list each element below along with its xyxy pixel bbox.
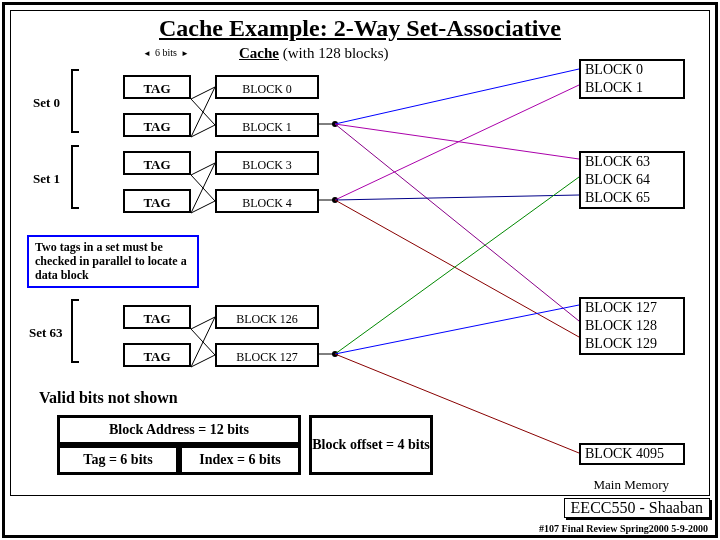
- set-1-brace: [71, 145, 79, 209]
- tag-box-63-1: TAG: [123, 343, 191, 367]
- svg-point-13: [332, 197, 338, 203]
- svg-point-14: [332, 351, 338, 357]
- mem-block-129: BLOCK 129: [581, 335, 683, 353]
- svg-line-5: [191, 175, 215, 201]
- memory-last: BLOCK 4095: [579, 443, 685, 465]
- svg-line-15: [335, 69, 579, 124]
- main-memory-label: Main Memory: [594, 477, 669, 493]
- svg-line-19: [335, 195, 579, 200]
- tag-bits-box: Tag = 6 bits: [57, 445, 179, 475]
- block-address-box: Block Address = 12 bits: [57, 415, 301, 445]
- cache-block-3: BLOCK 3: [215, 151, 319, 175]
- block-offset-box: Block offset = 4 bits: [309, 415, 433, 475]
- footer-meta: #107 Final Review Spring2000 5-9-2000: [539, 523, 708, 534]
- block-offset-text: Block offset = 4 bits: [312, 437, 430, 453]
- tag-box-1-0: TAG: [123, 151, 191, 175]
- index-bits-box: Index = 6 bits: [179, 445, 301, 475]
- svg-point-12: [332, 121, 338, 127]
- set-0-label: Set 0: [33, 95, 60, 111]
- svg-line-2: [191, 125, 215, 137]
- svg-line-3: [191, 87, 215, 137]
- tag-box-0-1: TAG: [123, 113, 191, 137]
- tag-box-0-0: TAG: [123, 75, 191, 99]
- svg-line-18: [335, 85, 579, 200]
- svg-line-9: [191, 329, 215, 355]
- tag-box-63-0: TAG: [123, 305, 191, 329]
- tag-box-1-1: TAG: [123, 189, 191, 213]
- mem-block-4095: BLOCK 4095: [581, 445, 683, 463]
- mem-block-63: BLOCK 63: [581, 153, 683, 171]
- cache-block-127: BLOCK 127: [215, 343, 319, 367]
- svg-line-4: [191, 163, 215, 175]
- memory-group-1: BLOCK 0 BLOCK 1: [579, 59, 685, 99]
- memory-group-3: BLOCK 127 BLOCK 128 BLOCK 129: [579, 297, 685, 355]
- mem-block-65: BLOCK 65: [581, 189, 683, 207]
- set-0-brace: [71, 69, 79, 133]
- slide-inner-border: Cache Example: 2-Way Set-Associative 6 b…: [10, 10, 710, 496]
- mem-block-127: BLOCK 127: [581, 299, 683, 317]
- cache-block-126: BLOCK 126: [215, 305, 319, 329]
- mem-block-1: BLOCK 1: [581, 79, 683, 97]
- svg-line-11: [191, 317, 215, 367]
- slide-title: Cache Example: 2-Way Set-Associative: [11, 15, 709, 42]
- cache-header-bold: Cache: [239, 45, 279, 61]
- course-badge: EECC550 - Shaaban: [564, 498, 710, 518]
- svg-line-1: [191, 99, 215, 125]
- cache-block-4: BLOCK 4: [215, 189, 319, 213]
- valid-bits-note: Valid bits not shown: [39, 389, 178, 407]
- svg-line-7: [191, 163, 215, 213]
- svg-line-17: [335, 124, 579, 321]
- memory-group-2: BLOCK 63 BLOCK 64 BLOCK 65: [579, 151, 685, 209]
- mem-block-64: BLOCK 64: [581, 171, 683, 189]
- svg-line-8: [191, 317, 215, 329]
- cache-block-1: BLOCK 1: [215, 113, 319, 137]
- svg-line-21: [335, 177, 579, 354]
- set-1-label: Set 1: [33, 171, 60, 187]
- mem-block-0: BLOCK 0: [581, 61, 683, 79]
- set-63-label: Set 63: [29, 325, 63, 341]
- cache-header: Cache (with 128 blocks): [239, 45, 389, 62]
- svg-line-20: [335, 200, 579, 337]
- svg-line-6: [191, 201, 215, 213]
- set-63-brace: [71, 299, 79, 363]
- svg-line-22: [335, 305, 579, 354]
- parallel-check-note: Two tags in a set must be checked in par…: [27, 235, 199, 288]
- svg-line-16: [335, 124, 579, 159]
- cache-block-0: BLOCK 0: [215, 75, 319, 99]
- mem-block-128: BLOCK 128: [581, 317, 683, 335]
- svg-line-10: [191, 355, 215, 367]
- svg-line-0: [191, 87, 215, 99]
- cache-header-rest: (with 128 blocks): [279, 45, 389, 61]
- tag-bits-marker: 6 bits: [143, 47, 189, 58]
